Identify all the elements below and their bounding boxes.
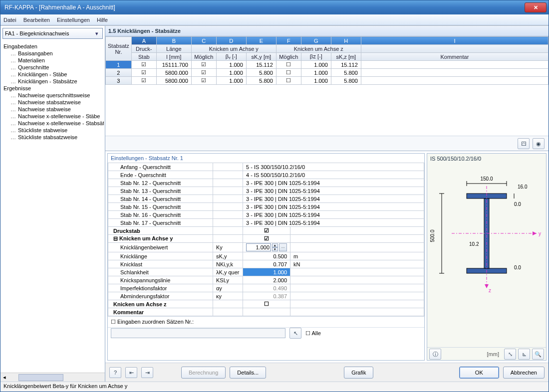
svg-text:0.0: 0.0 [514, 265, 521, 270]
next-icon[interactable]: ⇥ [141, 367, 153, 378]
ky-input[interactable] [246, 243, 271, 251]
pick-icon[interactable]: ↖ [289, 328, 301, 339]
case-dropdown-value: FA1 - Biegeknicknachweis [5, 30, 93, 36]
tree-item[interactable]: Nachweise x-stellenweise - Stäbe [1, 113, 104, 120]
col-f[interactable]: F [276, 37, 301, 45]
tree-item[interactable]: Nachweise querschnittsweise [1, 92, 104, 99]
menu-settings[interactable]: Einstellungen [57, 17, 90, 23]
tree-item[interactable]: Nachweise x-stellenweise - Stabsätze [1, 120, 104, 127]
checkbox[interactable] [191, 77, 216, 85]
ok-button[interactable]: OK [459, 367, 499, 379]
tree-item[interactable]: Nachweise stabweise [1, 106, 104, 113]
svg-text:10.2: 10.2 [469, 241, 479, 247]
axis-icon[interactable]: ⤡ [504, 349, 516, 360]
button-row: ? ⇤ ⇥ Berechnung Details... Grafik OK Ab… [105, 363, 549, 382]
tree-item[interactable]: Knicklängen - Stäbe [1, 71, 104, 78]
chevron-down-icon: ▾ [93, 30, 100, 37]
tree-item[interactable]: Basisangaben [1, 50, 104, 57]
sidebar-scrollbar[interactable]: ◂ [0, 373, 105, 382]
checkbox[interactable] [276, 69, 301, 77]
tree-item[interactable]: Stückliste stabweise [1, 127, 104, 134]
tree-group-results[interactable]: Ergebnisse [1, 85, 104, 92]
main-panel: 1.5 Knicklängen - Stabsätze StabsatzNr. … [105, 26, 549, 382]
close-button[interactable]: ✕ [525, 2, 547, 12]
alle-checkbox[interactable]: ☐ Alle [305, 330, 321, 337]
zoom-icon[interactable]: 🔍 [532, 349, 544, 360]
details-title: Einstellungen - Stabsatz Nr. 1 [108, 154, 424, 163]
checkbox[interactable] [276, 77, 301, 85]
grid-area: StabsatzNr. A B C D E F G H I Druck-Läng… [105, 36, 549, 151]
col-h[interactable]: H [331, 37, 361, 45]
col-i[interactable]: I [361, 37, 548, 45]
svg-text:0.0: 0.0 [514, 201, 521, 207]
info-icon[interactable]: ⓘ [429, 349, 441, 360]
preview-unit: [mm] [487, 351, 499, 357]
case-dropdown[interactable]: FA1 - Biegeknicknachweis ▾ [2, 28, 103, 39]
checkbox[interactable] [191, 61, 216, 69]
table-row: 3 5800.000 1.000 5.800 1.000 5.800 [106, 77, 549, 85]
cross-section-preview: IS 500/150/10.2/16/0 500.0 [427, 153, 547, 361]
prev-icon[interactable]: ⇤ [125, 367, 137, 378]
grafik-button[interactable]: Grafik [344, 367, 373, 379]
menu-file[interactable]: Datei [3, 17, 16, 23]
properties-table[interactable]: Anfang - Querschnitt5 - IS 300/150/10.2/… [108, 163, 424, 316]
svg-marker-20 [485, 284, 489, 288]
menu-edit[interactable]: Bearbeiten [23, 17, 50, 23]
cross-section-svg: 500.0 150.0 16.0 0.0 0.0 10.2 [427, 164, 546, 298]
table-row: 1 15111.700 1.000 15.112 1.000 15.112 [106, 61, 549, 69]
section-title: 1.5 Knicklängen - Stabsätze [105, 26, 549, 36]
table-row: 2 5800.000 1.000 5.800 1.000 5.800 [106, 69, 549, 77]
ky-dots-button[interactable]: … [279, 243, 287, 251]
data-grid[interactable]: StabsatzNr. A B C D E F G H I Druck-Läng… [105, 36, 549, 85]
details-button[interactable]: Details... [230, 367, 266, 379]
checkbox[interactable] [131, 77, 156, 85]
checkbox[interactable] [191, 69, 216, 77]
preview-title: IS 500/150/10.2/16/0 [427, 154, 546, 164]
checkbox[interactable] [131, 61, 156, 69]
dimension-icon[interactable]: ⊾ [518, 349, 530, 360]
col-g[interactable]: G [301, 37, 331, 45]
assign-input[interactable] [111, 328, 285, 338]
view-icon[interactable]: ◉ [533, 138, 545, 149]
tree-group-input[interactable]: Eingabedaten [1, 43, 104, 50]
col-d[interactable]: D [216, 37, 246, 45]
details-panel: Einstellungen - Stabsatz Nr. 1 Anfang - … [107, 153, 425, 361]
cancel-button[interactable]: Abbrechen [503, 367, 545, 379]
status-bar: Knicklängenbeiwert Beta-y für Knicken um… [0, 382, 549, 392]
window-title: RF-KAPPA - [Rahmenhalle A - Ausschnitt] [2, 4, 525, 11]
checkbox[interactable] [276, 61, 301, 69]
col-e[interactable]: E [246, 37, 276, 45]
svg-text:150.0: 150.0 [480, 176, 493, 182]
sidebar: FA1 - Biegeknicknachweis ▾ Eingabedaten … [0, 26, 105, 382]
svg-text:16.0: 16.0 [518, 184, 528, 190]
calc-button[interactable]: Berechnung [181, 367, 226, 379]
tree-item[interactable]: Knicklängen - Stabsätze [1, 78, 104, 85]
tree-item[interactable]: Stückliste stabsatzweise [1, 134, 104, 141]
col-c[interactable]: C [191, 37, 216, 45]
nav-tree: Eingabedaten Basisangaben Materialien Qu… [0, 41, 105, 373]
col-a[interactable]: A [131, 37, 156, 45]
svg-text:y: y [539, 231, 541, 236]
svg-text:500.0: 500.0 [430, 229, 435, 242]
menubar: Datei Bearbeiten Einstellungen Hilfe [0, 14, 549, 25]
tree-item[interactable]: Materialien [1, 57, 104, 64]
ky-spinner[interactable]: ▴▾… [246, 243, 287, 251]
svg-marker-17 [533, 231, 537, 235]
tree-item[interactable]: Nachweise stabsatzweise [1, 99, 104, 106]
menu-help[interactable]: Hilfe [97, 17, 108, 23]
titlebar: RF-KAPPA - [Rahmenhalle A - Ausschnitt] … [0, 0, 549, 14]
svg-text:z: z [489, 288, 491, 293]
assign-checkbox[interactable]: ☐ Eingaben zuordnen Sätzen Nr.: [111, 319, 194, 325]
checkbox[interactable] [131, 69, 156, 77]
tree-item[interactable]: Querschnitte [1, 64, 104, 71]
col-b[interactable]: B [156, 37, 191, 45]
help-icon[interactable]: ? [109, 367, 121, 378]
excel-export-icon[interactable]: ⮹ [518, 138, 530, 149]
app-window: RF-KAPPA - [Rahmenhalle A - Ausschnitt] … [0, 0, 549, 392]
